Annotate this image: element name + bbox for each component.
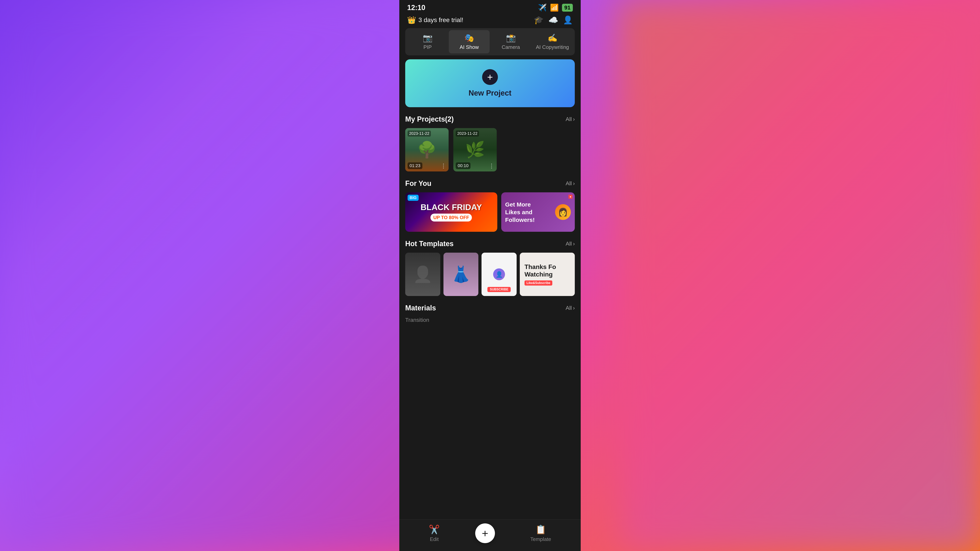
template-icon: 📋 <box>535 524 546 535</box>
trial-action-icons: 🎓 ☁️ 👤 <box>534 15 573 25</box>
person-avatar: 👩 <box>555 204 571 220</box>
like-sub-badge: Like&Subscribe <box>525 280 552 286</box>
crown-icon: 👑 <box>407 16 416 24</box>
feature-toolbar: 📷 PIP 🎭 AI Show 📸 Camera ✍️ AI Copywriti… <box>405 28 575 56</box>
nav-template-button[interactable]: 📋 Template <box>530 524 551 542</box>
wifi-icon: 📶 <box>550 3 559 12</box>
thanks-text: Thanks Fo Watching <box>525 263 556 278</box>
materials-section: Materials All › Transition <box>405 302 575 323</box>
template-card-4[interactable]: Thanks Fo Watching Like&Subscribe <box>520 252 575 296</box>
graduation-icon[interactable]: 🎓 <box>534 15 544 25</box>
materials-title: Materials <box>405 304 436 312</box>
status-right: ✈️ 📶 91 <box>538 3 573 12</box>
new-project-plus-icon: + <box>482 69 498 85</box>
battery-indicator: 91 <box>562 4 573 12</box>
bottom-nav: ✂️ Edit + 📋 Template <box>399 519 581 551</box>
materials-header: Materials All › <box>405 304 575 312</box>
project-item-1[interactable]: 🌳 2023-11-22 01:23 ⋮ <box>405 128 449 171</box>
camera-button[interactable]: 📸 Camera <box>490 30 531 53</box>
my-projects-all-button[interactable]: All › <box>566 116 575 122</box>
materials-all-button[interactable]: All › <box>566 305 575 311</box>
for-you-all-button[interactable]: All › <box>566 180 575 187</box>
chevron-right-icon: › <box>573 116 575 122</box>
airplane-icon: ✈️ <box>538 3 547 12</box>
ai-copywriting-button[interactable]: ✍️ AI Copywriting <box>532 30 573 53</box>
hot-templates-header: Hot Templates All › <box>405 240 575 248</box>
cloud-icon[interactable]: ☁️ <box>548 15 558 25</box>
my-projects-header: My Projects(2) All › <box>405 115 575 123</box>
plus-icon: + <box>482 527 488 540</box>
profile-icon[interactable]: 👤 <box>563 15 573 25</box>
chevron-right-icon-3: › <box>573 241 575 247</box>
hot-templates-title: Hot Templates <box>405 240 453 248</box>
get-more-text: Get MoreLikes andFollowers! <box>505 201 555 224</box>
off-badge: UP TO 80% OFF <box>430 214 472 222</box>
nav-plus-button[interactable]: + <box>475 523 495 543</box>
subscribe-badge: SUBSCRIBE <box>487 287 511 292</box>
camera-icon: 📸 <box>506 33 516 43</box>
for-you-row: BIG BLACK FRIDAY UP TO 80% OFF Get MoreL… <box>405 192 575 232</box>
project-duration-1: 01:23 <box>407 162 422 169</box>
main-content: + New Project My Projects(2) All › 🌳 202… <box>399 59 581 519</box>
hot-templates-row: 👤 👗 👤 SUBSCRIBE Thanks Fo Watching <box>405 252 575 296</box>
new-project-label: New Project <box>469 89 511 97</box>
ai-show-button[interactable]: 🎭 AI Show <box>449 30 490 53</box>
for-you-card-get-more[interactable]: Get MoreLikes andFollowers! 👩 ● <box>501 192 575 232</box>
record-dot: ● <box>568 195 573 198</box>
for-you-card-black-friday[interactable]: BIG BLACK FRIDAY UP TO 80% OFF <box>405 192 497 232</box>
status-bar: 12:10 ✈️ 📶 91 <box>399 0 581 13</box>
project-item-2[interactable]: 🌿 2023-11-22 00:10 ⋮ <box>453 128 497 171</box>
chevron-right-icon-4: › <box>573 305 575 311</box>
phone-screen: 12:10 ✈️ 📶 91 👑 3 days free trial! 🎓 ☁️ … <box>399 0 581 551</box>
trial-banner[interactable]: 👑 3 days free trial! 🎓 ☁️ 👤 <box>399 13 581 28</box>
camera-label: Camera <box>502 44 520 50</box>
avatar-circle: 👤 <box>493 268 505 280</box>
black-friday-text: BLACK FRIDAY <box>421 203 482 212</box>
template-card-3[interactable]: 👤 SUBSCRIBE <box>482 252 517 296</box>
project-date-2: 2023-11-22 <box>456 130 479 137</box>
my-projects-title: My Projects(2) <box>405 115 454 123</box>
ai-copywriting-icon: ✍️ <box>547 33 557 43</box>
template-card-1[interactable]: 👤 <box>405 252 440 296</box>
template-label: Template <box>530 536 551 542</box>
pip-icon: 📷 <box>423 33 433 43</box>
edit-label: Edit <box>430 536 439 542</box>
for-you-header: For You All › <box>405 179 575 187</box>
ai-copywriting-label: AI Copywriting <box>536 44 569 50</box>
trial-label: 3 days free trial! <box>418 16 463 24</box>
edit-icon: ✂️ <box>429 524 440 535</box>
template-card-2[interactable]: 👗 <box>444 252 479 296</box>
transition-label: Transition <box>405 317 575 323</box>
template-thumb-1: 👤 <box>413 252 433 296</box>
ai-show-icon: 🎭 <box>465 33 474 43</box>
trial-text: 👑 3 days free trial! <box>407 16 463 24</box>
time-display: 12:10 <box>407 3 425 12</box>
black-friday-content: BLACK FRIDAY UP TO 80% OFF <box>417 199 485 225</box>
big-sale-badge: BIG <box>407 195 418 201</box>
ai-show-label: AI Show <box>460 44 479 50</box>
avatar-person-icon: 👤 <box>496 271 503 278</box>
person-icon: 👩 <box>558 208 568 217</box>
pip-label: PIP <box>423 44 432 50</box>
project-more-1[interactable]: ⋮ <box>441 163 446 169</box>
template-thumb-2: 👗 <box>451 252 471 296</box>
project-more-2[interactable]: ⋮ <box>489 163 494 169</box>
pip-button[interactable]: 📷 PIP <box>407 30 448 53</box>
hot-templates-all-button[interactable]: All › <box>566 241 575 247</box>
projects-row: 🌳 2023-11-22 01:23 ⋮ 🌿 2023-11-22 00:10 … <box>405 128 575 171</box>
project-date-1: 2023-11-22 <box>407 130 431 137</box>
new-project-card[interactable]: + New Project <box>405 59 575 107</box>
chevron-right-icon-2: › <box>573 180 575 187</box>
project-duration-2: 00:10 <box>456 162 471 169</box>
nav-edit-button[interactable]: ✂️ Edit <box>429 524 440 542</box>
for-you-title: For You <box>405 179 431 187</box>
